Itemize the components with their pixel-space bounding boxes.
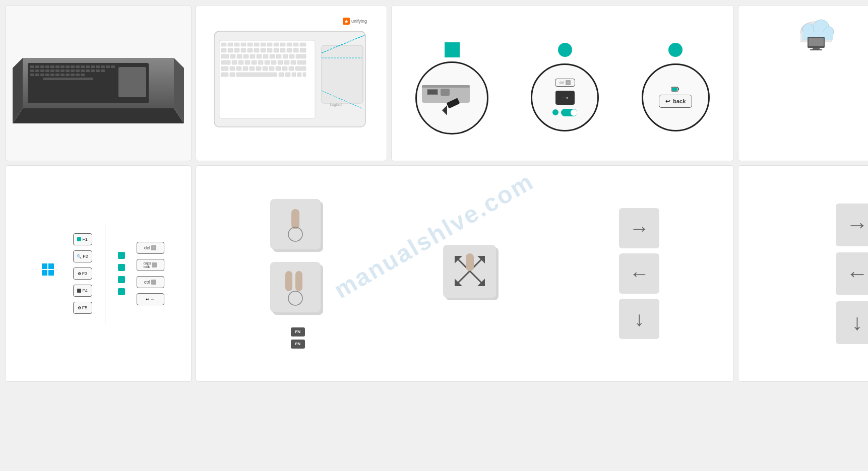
cloud-computer-svg xyxy=(793,16,839,51)
key-f4: F4 xyxy=(73,285,92,297)
svg-rect-114 xyxy=(289,66,294,71)
svg-rect-65 xyxy=(293,43,298,46)
unifying-label: unifying xyxy=(351,19,367,24)
toggle-switch-display xyxy=(552,109,577,116)
svg-rect-47 xyxy=(81,74,85,76)
panel-nav-arrows: → ← ↓ xyxy=(738,165,868,382)
nav-right-icon: → xyxy=(846,212,869,237)
svg-rect-37 xyxy=(30,74,34,76)
scroll-arrows-section: → ← ↓ xyxy=(619,208,659,339)
svg-rect-32 xyxy=(81,70,85,72)
svg-rect-122 xyxy=(297,73,301,77)
svg-rect-40 xyxy=(45,74,49,76)
f4-icon xyxy=(77,289,81,293)
two-finger-svg xyxy=(278,267,313,307)
gesture-2 xyxy=(270,262,326,317)
f2-icon: 🔍 xyxy=(77,254,82,259)
svg-rect-36 xyxy=(101,70,105,72)
svg-rect-74 xyxy=(267,48,272,52)
svg-rect-9 xyxy=(50,65,54,68)
svg-rect-22 xyxy=(30,70,34,72)
svg-rect-142 xyxy=(678,88,679,90)
svg-marker-136 xyxy=(442,105,447,115)
pinch-gesture xyxy=(443,245,501,303)
svg-rect-23 xyxy=(35,70,39,72)
svg-rect-31 xyxy=(76,70,80,72)
touch-gesture-inner: FN FN xyxy=(201,189,728,359)
pinch-section xyxy=(443,245,501,303)
svg-rect-116 xyxy=(221,73,228,77)
step-1-col xyxy=(415,42,488,134)
svg-point-165 xyxy=(288,227,302,241)
left-arrow-box: ← xyxy=(619,253,659,294)
f3-icon: ⚙ xyxy=(78,272,81,276)
special-keys-col2: del ↑ capslock ctrl xyxy=(137,242,164,305)
svg-marker-0 xyxy=(13,108,184,123)
svg-rect-71 xyxy=(247,48,253,52)
svg-rect-157 xyxy=(48,263,54,269)
nav-down-icon: ↓ xyxy=(852,310,863,335)
svg-rect-101 xyxy=(284,60,289,64)
f5-icon: ⚙ xyxy=(78,306,81,310)
svg-rect-25 xyxy=(45,70,49,72)
down-arrow-box: ↓ xyxy=(619,299,659,339)
svg-point-168 xyxy=(288,291,302,305)
key-f4-row: F4 xyxy=(73,285,92,297)
step1-dot xyxy=(445,42,460,57)
svg-rect-111 xyxy=(269,66,274,71)
back-key-container: ↩ back xyxy=(659,87,692,108)
svg-rect-75 xyxy=(274,48,279,52)
svg-rect-56 xyxy=(234,43,239,46)
svg-rect-72 xyxy=(254,48,259,52)
caps-sub-icon xyxy=(152,262,157,267)
battery-icon xyxy=(671,87,679,92)
ctrl-sub-icon xyxy=(151,280,156,285)
step2-dot xyxy=(557,42,573,59)
sq-del xyxy=(118,252,125,259)
svg-rect-107 xyxy=(243,66,248,71)
right-arrow-icon: → xyxy=(629,217,649,240)
key-ctrl: ctrl xyxy=(137,276,164,288)
key-f1: F1 xyxy=(73,233,92,245)
key-f5: ⚙ F5 xyxy=(73,302,92,314)
sq-ctrl xyxy=(118,276,125,283)
key-f2: 🔍 F2 xyxy=(73,250,92,262)
svg-rect-103 xyxy=(297,60,306,64)
svg-rect-80 xyxy=(221,54,229,58)
unifying-icon: ★ xyxy=(343,18,350,25)
key-functions-container: F1 🔍 F2 ⚙ F3 xyxy=(25,171,172,376)
svg-rect-8 xyxy=(45,65,49,68)
svg-rect-155 xyxy=(810,49,822,50)
keyboard-flat-svg: Logitech xyxy=(213,30,367,131)
key-f5-row: ⚙ F5 xyxy=(73,302,92,314)
svg-rect-121 xyxy=(292,73,296,77)
f1-icon xyxy=(77,237,81,241)
svg-rect-120 xyxy=(285,73,290,77)
svg-rect-27 xyxy=(55,70,59,72)
fn-badges: FN FN xyxy=(291,327,305,349)
special-key-del-row xyxy=(118,252,127,259)
svg-rect-60 xyxy=(261,43,266,46)
key-f3: ⚙ F3 xyxy=(73,267,92,280)
step3-dot xyxy=(668,42,683,59)
key-f3-row: ⚙ F3 xyxy=(73,267,92,280)
svg-rect-43 xyxy=(60,74,65,76)
panel-keyboard-photo xyxy=(5,5,192,161)
svg-rect-10 xyxy=(55,65,59,68)
svg-rect-18 xyxy=(96,65,100,68)
svg-rect-86 xyxy=(263,54,268,58)
svg-rect-62 xyxy=(274,43,279,46)
svg-rect-166 xyxy=(285,271,292,291)
svg-rect-95 xyxy=(245,60,250,64)
svg-rect-84 xyxy=(250,54,255,58)
svg-rect-115 xyxy=(295,66,306,71)
step3-circle: ↩ back xyxy=(642,63,710,131)
unifying-badge: ★ unifying xyxy=(343,18,367,25)
svg-rect-67 xyxy=(221,48,226,52)
key-caps: capslock xyxy=(137,259,164,271)
key-back-row: ↩ ← xyxy=(137,293,164,305)
touchpad-1 xyxy=(270,199,321,249)
svg-point-140 xyxy=(668,43,683,57)
svg-rect-59 xyxy=(254,43,259,46)
svg-rect-92 xyxy=(221,60,230,64)
